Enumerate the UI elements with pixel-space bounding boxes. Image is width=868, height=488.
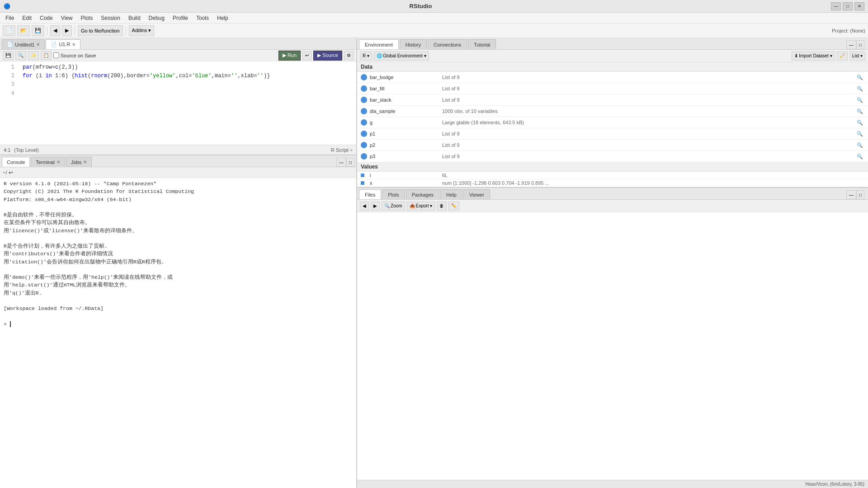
menu-plots[interactable]: Plots	[77, 14, 97, 22]
new-file-button[interactable]: 📄	[3, 25, 15, 36]
import-dataset-button[interactable]: ⬇ Import Dataset ▾	[792, 52, 835, 61]
tab-history[interactable]: History	[400, 39, 427, 49]
bar-stack-search[interactable]: 🔍	[855, 95, 864, 104]
next-plot-button[interactable]: ▶	[371, 202, 380, 211]
env-row-i[interactable]: i 6L	[357, 172, 868, 179]
tab-untitled1[interactable]: 📄 Untitled1 ✕	[2, 39, 45, 49]
editor-content[interactable]: 1 2 3 4 par(mfrow=c(2,3)) for (i in 1:6)…	[0, 61, 356, 145]
source-options-button[interactable]: ⚙	[344, 51, 354, 60]
right-panel: Environment History Connections Tutorial…	[357, 38, 868, 488]
env-row-p1[interactable]: p1 List of 9 🔍	[357, 128, 868, 140]
save-button[interactable]: 💾	[32, 25, 44, 36]
env-row-bar-fill[interactable]: bar_fill List of 9 🔍	[357, 83, 868, 94]
env-row-bar-bodge[interactable]: bar_bodge List of 9 🔍	[357, 72, 868, 83]
tab-viewer[interactable]: Viewer	[463, 189, 490, 199]
editor-toolbar: 💾 🔍 ✨ 📋 Source on Save ▶ Run ↩ ▶ Source …	[0, 50, 356, 61]
clear-env-button[interactable]: 🧹	[837, 52, 848, 61]
close-untitled1[interactable]: ✕	[36, 42, 40, 47]
bottom-status-bar: Heav/Vcon, (6m/Lotory, 3-95)	[357, 480, 868, 488]
minimize-button[interactable]: —	[831, 2, 841, 10]
close-jobs[interactable]: ✕	[83, 160, 87, 164]
p2-search[interactable]: 🔍	[855, 141, 864, 150]
menu-debug[interactable]: Debug	[145, 14, 168, 22]
addins-button[interactable]: Addins ▾	[129, 25, 155, 36]
bar-bodge-search[interactable]: 🔍	[855, 73, 864, 82]
delete-plot-button[interactable]: 🗑	[437, 202, 447, 211]
maximize-console-button[interactable]: □	[346, 158, 354, 167]
menu-profile[interactable]: Profile	[169, 14, 192, 22]
minimize-env-button[interactable]: —	[846, 40, 856, 49]
p3-name: p3	[370, 154, 442, 159]
g-search[interactable]: 🔍	[855, 118, 864, 127]
close-terminal[interactable]: ✕	[57, 160, 60, 164]
tab-files[interactable]: Files	[359, 189, 381, 199]
environment-panel: Environment History Connections Tutorial…	[357, 38, 868, 188]
console-content[interactable]: R version 4.1.0 (2021-05-18) -- "Camp Po…	[0, 178, 356, 488]
tab-console[interactable]: Console	[2, 157, 30, 167]
tab-tutorial[interactable]: Tutorial	[468, 39, 496, 49]
open-file-button[interactable]: 📂	[17, 25, 30, 36]
tab-plots[interactable]: Plots	[382, 189, 405, 199]
menu-view[interactable]: View	[57, 14, 76, 22]
prev-plot-button[interactable]: ◀	[360, 202, 369, 211]
source-button[interactable]: ▶ Source	[313, 51, 342, 61]
global-env-button[interactable]: 🌐 Global Environment ▾	[374, 52, 429, 61]
r-select-button[interactable]: R ▾	[360, 52, 372, 61]
tab-connections[interactable]: Connections	[428, 39, 467, 49]
console-line-1: R version 4.1.0 (2021-05-18) -- "Camp Po…	[4, 180, 353, 188]
dia-sample-search[interactable]: 🔍	[855, 107, 864, 116]
console-line-5: 在某些条件下你可以将其自由散布。	[4, 219, 353, 226]
maximize-button[interactable]: □	[843, 2, 853, 10]
working-dir-icon: ↩	[9, 169, 13, 176]
find-button[interactable]: 🔍	[15, 51, 26, 60]
tab-environment[interactable]: Environment	[359, 39, 399, 49]
go-to-file-button[interactable]: Go to file/function	[78, 25, 123, 36]
p3-search[interactable]: 🔍	[855, 152, 864, 161]
env-row-dia-sample[interactable]: dia_sample 1000 obs. of 10 variables 🔍	[357, 106, 868, 117]
bar-fill-search[interactable]: 🔍	[855, 84, 864, 93]
nav-back-button[interactable]: ◀	[50, 25, 60, 36]
menu-edit[interactable]: Edit	[19, 14, 35, 22]
env-row-p3[interactable]: p3 List of 9 🔍	[357, 151, 868, 162]
zoom-button[interactable]: 🔍 Zoom	[382, 202, 405, 211]
re-run-button[interactable]: ↩	[302, 51, 311, 60]
left-panel: 📄 Untitled1 ✕ 📄 U1.R ✕ 💾 🔍 ✨ 📋 Source on	[0, 38, 357, 488]
save-editor-button[interactable]: 💾	[3, 51, 14, 60]
menu-code[interactable]: Code	[36, 14, 57, 22]
tab-packages[interactable]: Packages	[406, 189, 439, 199]
magic-button[interactable]: ✨	[28, 51, 39, 60]
console-line-13: [Workspace loaded from ~/.RData]	[4, 305, 353, 312]
list-view-button[interactable]: List ▾	[849, 52, 865, 61]
sep2	[75, 26, 75, 35]
env-row-p2[interactable]: p2 List of 9 🔍	[357, 140, 868, 151]
script-type: R Script ÷	[331, 147, 353, 153]
minimize-files-button[interactable]: —	[846, 190, 856, 199]
compile-button[interactable]: 📋	[41, 51, 52, 60]
source-on-save-checkbox[interactable]	[53, 52, 59, 58]
menu-tools[interactable]: Tools	[193, 14, 212, 22]
env-row-x[interactable]: x num [1:1000] -1.298 0.603 0.704 -1.919…	[357, 179, 868, 187]
close-u1r[interactable]: ✕	[72, 42, 75, 47]
run-button[interactable]: ▶ Run	[278, 51, 301, 61]
tab-terminal[interactable]: Terminal ✕	[31, 157, 65, 167]
tab-u1r[interactable]: 📄 U1.R ✕	[46, 39, 80, 49]
export-button[interactable]: 📤 Export ▾	[407, 202, 435, 211]
clear-plots-button[interactable]: ✏️	[448, 202, 459, 211]
nav-forward-button[interactable]: ▶	[62, 25, 72, 36]
p1-name: p1	[370, 131, 442, 136]
minimize-console-button[interactable]: —	[336, 158, 346, 167]
env-row-bar-stack[interactable]: bar_stack List of 9 🔍	[357, 94, 868, 106]
menu-file[interactable]: File	[2, 14, 18, 22]
i-icon	[361, 174, 364, 177]
menu-help[interactable]: Help	[213, 14, 232, 22]
maximize-files-button[interactable]: □	[856, 190, 864, 199]
close-button[interactable]: ✕	[854, 2, 864, 10]
env-row-g[interactable]: g Large gtable (18 elements, 643.5 kB) 🔍	[357, 117, 868, 128]
menu-build[interactable]: Build	[125, 14, 144, 22]
p1-search[interactable]: 🔍	[855, 129, 864, 138]
tab-jobs[interactable]: Jobs ✕	[66, 157, 92, 167]
tab-help[interactable]: Help	[440, 189, 462, 199]
maximize-env-button[interactable]: □	[856, 40, 864, 49]
menu-session[interactable]: Session	[97, 14, 124, 22]
console-prompt[interactable]: >	[4, 320, 353, 328]
